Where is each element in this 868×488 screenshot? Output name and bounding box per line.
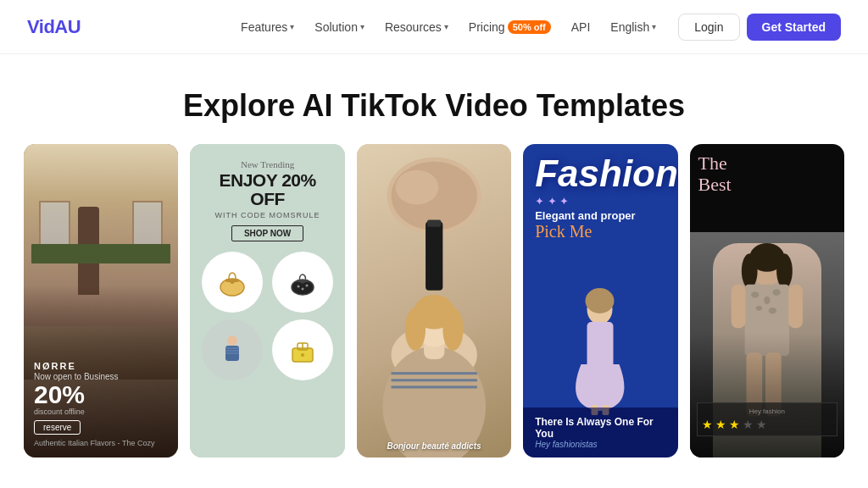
svg-point-4 bbox=[231, 280, 234, 284]
svg-point-33 bbox=[405, 308, 426, 351]
template-card-2[interactable]: New Trending ENJOY 20% OFF WITH CODE MOM… bbox=[190, 144, 344, 458]
nav-item-resources[interactable]: Resources ▾ bbox=[376, 15, 457, 39]
card4-elegant: Elegant and proper bbox=[535, 209, 665, 222]
svg-point-9 bbox=[302, 280, 304, 283]
chevron-down-icon: ▾ bbox=[290, 22, 294, 31]
card1-footer: Authentic Italian Flavors - The Cozy bbox=[34, 439, 168, 447]
card2-product-1 bbox=[202, 252, 263, 313]
card5-activate-windows: Hey fashion ★ ★ ★ ★ ★ bbox=[697, 402, 837, 436]
star-icon-4: ★ bbox=[743, 418, 754, 431]
star-icon-2: ★ bbox=[715, 418, 726, 431]
nav-label-features: Features bbox=[241, 20, 287, 34]
svg-point-10 bbox=[298, 286, 300, 288]
card2-product-2 bbox=[272, 252, 333, 313]
svg-rect-36 bbox=[391, 379, 476, 381]
card4-tagline: There Is Always One For You bbox=[535, 416, 665, 440]
card2-title: ENJOY 20% OFF bbox=[200, 171, 334, 208]
card1-text-block: NØRRE Now open to Business 20% discount … bbox=[24, 351, 178, 458]
nav-item-solution[interactable]: Solution ▾ bbox=[306, 15, 373, 39]
card2-inner: New Trending ENJOY 20% OFF WITH CODE MOM… bbox=[190, 144, 344, 458]
card2-product-3 bbox=[202, 319, 263, 380]
card1-reserve-btn[interactable]: reserve bbox=[34, 420, 81, 435]
nav-auth: Login Get Started bbox=[678, 14, 841, 41]
nav-label-pricing: Pricing bbox=[469, 20, 505, 34]
card2-shop-btn[interactable]: SHOP NOW bbox=[231, 225, 303, 241]
card4-bottom: There Is Always One For You Hey fashioni… bbox=[523, 408, 677, 458]
hero-section: Explore AI TikTok Video Templates bbox=[0, 54, 868, 144]
card2-cursive: New Trending bbox=[241, 159, 294, 169]
login-button[interactable]: Login bbox=[678, 14, 739, 41]
nav-label-resources: Resources bbox=[385, 20, 442, 34]
cards-grid: NØRRE Now open to Business 20% discount … bbox=[0, 144, 868, 483]
nav-label-solution: Solution bbox=[314, 20, 358, 34]
card4-stars: ✦ ✦ ✦ bbox=[535, 195, 665, 208]
card5-activate-text: Hey fashion bbox=[702, 408, 832, 415]
chevron-down-icon: ▾ bbox=[444, 22, 448, 31]
card2-product-4 bbox=[272, 319, 333, 380]
card4-pick: Pick Me bbox=[535, 222, 665, 241]
card2-products bbox=[200, 252, 334, 380]
card1-name: NØRRE bbox=[34, 361, 168, 371]
navbar: VidAU Features ▾ Solution ▾ Resources ▾ … bbox=[0, 0, 868, 54]
logo[interactable]: VidAU bbox=[27, 16, 81, 38]
svg-point-11 bbox=[302, 288, 304, 291]
card3-caption: Bonjour beauté addicts bbox=[357, 441, 511, 451]
card1-small: discount offline bbox=[34, 408, 168, 416]
svg-point-12 bbox=[306, 285, 309, 287]
nav-label-api: API bbox=[571, 20, 591, 34]
nav-item-api[interactable]: API bbox=[563, 15, 599, 39]
svg-rect-26 bbox=[426, 222, 442, 291]
nav-item-pricing[interactable]: Pricing 50% off bbox=[460, 15, 559, 39]
chevron-down-icon: ▾ bbox=[652, 22, 656, 31]
hero-title: Explore AI TikTok Video Templates bbox=[17, 88, 851, 124]
svg-rect-27 bbox=[427, 220, 441, 227]
template-card-1[interactable]: NØRRE Now open to Business 20% discount … bbox=[24, 144, 178, 458]
template-card-5[interactable]: The Best bbox=[690, 144, 844, 458]
chevron-down-icon: ▾ bbox=[360, 22, 364, 31]
svg-point-25 bbox=[395, 170, 438, 205]
svg-rect-37 bbox=[391, 385, 476, 388]
svg-rect-35 bbox=[391, 372, 476, 374]
pricing-badge: 50% off bbox=[508, 20, 551, 34]
svg-point-22 bbox=[301, 353, 304, 357]
card5-stars: ★ ★ ★ ★ ★ bbox=[702, 418, 832, 431]
svg-point-42 bbox=[586, 288, 615, 313]
card4-sub: Hey fashionistas bbox=[535, 440, 665, 449]
nav-links: Features ▾ Solution ▾ Resources ▾ Pricin… bbox=[232, 15, 665, 39]
card2-code: WITH CODE MOMSRULE bbox=[215, 211, 320, 219]
get-started-button[interactable]: Get Started bbox=[747, 14, 841, 41]
card4-title: Fashion bbox=[535, 156, 665, 191]
card1-percent: 20% bbox=[34, 382, 168, 408]
nav-label-english: English bbox=[610, 20, 649, 34]
svg-point-34 bbox=[442, 308, 463, 351]
template-card-3[interactable]: Bonjour beauté addicts bbox=[357, 144, 511, 458]
template-card-4[interactable]: Fashion ✦ ✦ ✦ Elegant and proper Pick Me… bbox=[523, 144, 677, 458]
svg-point-13 bbox=[227, 336, 237, 346]
star-icon-5: ★ bbox=[756, 418, 767, 431]
nav-item-english[interactable]: English ▾ bbox=[602, 15, 665, 39]
star-icon-1: ★ bbox=[702, 418, 713, 431]
star-icon-3: ★ bbox=[729, 418, 740, 431]
nav-item-features[interactable]: Features ▾ bbox=[232, 15, 303, 39]
